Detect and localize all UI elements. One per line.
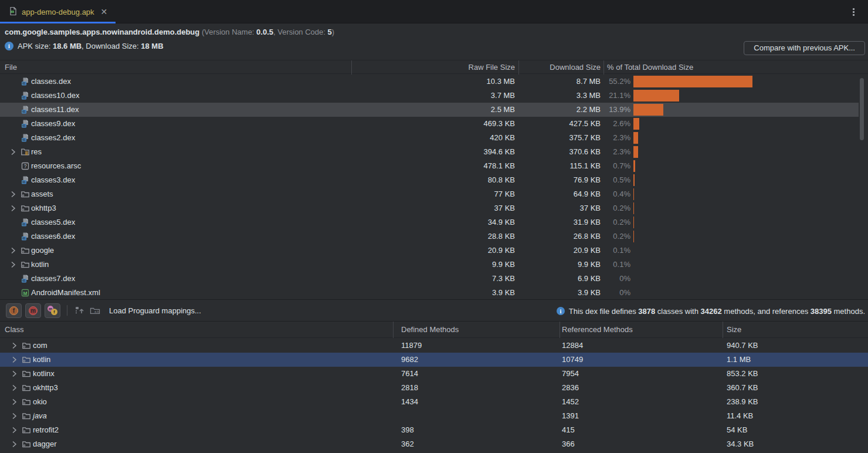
show-all-referenced-toggle-button[interactable]: mf [45,303,60,318]
dex-toolbar: f m mf a.b Load Proguard mappings... i T… [0,299,868,322]
tab-close-icon[interactable]: ✕ [101,7,108,16]
deobfuscate-names-icon[interactable]: a.b [89,305,101,316]
download-size: 20.9 KB [520,244,601,258]
file-row[interactable]: 01classes5.dex34.9 KB31.9 KB0.2% [0,215,859,229]
folder-icon [21,190,30,199]
package-name: com.google.samples.apps.nowinandroid.dem… [5,28,199,36]
column-header-raw-file-size[interactable]: Raw File Size [352,60,515,75]
raw-file-size: 9.9 KB [352,258,515,272]
chevron-right-icon[interactable] [9,341,19,350]
chevron-right-icon[interactable] [8,246,18,255]
chevron-right-icon[interactable] [9,411,19,421]
percent-of-total: 0.2% [603,215,630,229]
class-row[interactable]: java139111.4 KB [0,409,868,423]
dex-file-icon: 01 [21,119,30,129]
column-header-download-size[interactable]: Download Size [520,60,601,75]
file-row[interactable]: google20.9 KB20.9 KB0.1% [0,244,859,258]
percent-of-total: 0.4% [603,187,630,201]
editor-options-kebab-icon[interactable] [848,6,859,17]
chevron-right-icon[interactable] [9,425,19,435]
chevron-right-icon[interactable] [9,397,19,407]
column-header-file[interactable]: File [5,60,17,75]
show-methods-toggle-button[interactable]: m [25,303,41,318]
show-fields-toggle-button[interactable]: f [6,303,22,318]
file-name: classes10.dex [31,89,79,103]
column-header-size[interactable]: Size [727,322,741,338]
class-row[interactable]: dagger36236634.3 KB [0,437,868,451]
file-row[interactable]: 01classes11.dex2.5 MB2.2 MB13.9% [0,103,859,117]
svg-text:01: 01 [22,222,26,226]
file-name: kotlin [31,258,49,272]
expand-tree-icon[interactable] [74,305,86,316]
class-row[interactable]: com1187912884940.7 KB [0,339,868,353]
file-name: classes3.dex [31,173,75,187]
chevron-right-icon[interactable] [9,369,19,378]
download-size-bar [633,231,634,242]
dex-file-icon: 01 [21,218,30,227]
file-name: AndroidManifest.xml [31,286,100,300]
chevron-right-icon[interactable] [9,440,19,449]
column-header-referenced-methods[interactable]: Referenced Methods [562,322,633,338]
download-size: 76.9 KB [520,173,601,187]
column-header-defined-methods[interactable]: Defined Methods [401,322,459,338]
download-size-bar [633,90,679,102]
column-header-percent-total[interactable]: % of Total Download Size [607,60,693,75]
compare-with-previous-apk-button[interactable]: Compare with previous APK... [744,41,865,55]
file-name: classes11.dex [31,103,79,117]
package-name: dagger [33,437,56,451]
raw-file-size: 7.3 KB [352,272,515,286]
raw-file-size: 28.8 KB [352,229,515,244]
fields-icon: f [9,306,18,315]
chevron-right-icon[interactable] [9,383,19,393]
download-size: 3.3 MB [520,89,601,103]
methods-icon: m [29,306,38,315]
class-row[interactable]: okhttp328182836360.7 KB [0,381,868,395]
size: 360.7 KB [727,381,758,395]
file-row[interactable]: 01classes3.dex80.8 KB76.9 KB0.5% [0,173,859,187]
raw-file-size: 37 KB [352,201,515,215]
file-row[interactable]: okhttp337 KB37 KB0.2% [0,201,859,215]
tab-title: app-demo-debug.apk [22,8,94,16]
chevron-right-icon[interactable] [8,147,18,157]
chevron-right-icon[interactable] [8,204,18,213]
file-row[interactable]: MAndroidManifest.xml3.9 KB3.9 KB0% [0,286,859,300]
chevron-right-icon[interactable] [9,355,19,364]
package-name: okhttp3 [33,381,58,395]
file-row[interactable]: 01classes10.dex3.7 MB3.3 MB21.1% [0,89,859,103]
file-row[interactable]: res394.6 KB370.6 KB2.3% [0,145,859,159]
file-table-rows: 01classes.dex10.3 MB8.7 MB55.2%01classes… [0,75,868,300]
file-row[interactable]: assets77 KB64.9 KB0.4% [0,187,859,201]
class-row[interactable]: kotlin9682107491.1 MB [0,353,868,367]
dex-file-icon: 01 [21,77,30,86]
raw-file-size: 3.7 MB [352,89,515,103]
referenced-methods: 7954 [562,367,579,381]
referenced-methods: 10749 [562,353,583,367]
file-table: File Raw File Size Download Size % of To… [0,60,868,74]
vertical-scrollbar[interactable] [860,78,864,140]
load-proguard-mappings-button[interactable]: Load Proguard mappings... [109,306,201,315]
file-row[interactable]: kotlin9.9 KB9.9 KB0.1% [0,258,859,272]
class-table: Class Defined Methods Referenced Methods… [0,322,868,338]
column-header-class[interactable]: Class [5,322,24,338]
file-row[interactable]: 01classes9.dex469.3 KB427.5 KB2.6% [0,117,859,131]
package-folder-icon [22,383,31,393]
file-row[interactable]: 01classes7.dex7.3 KB6.9 KB0% [0,272,859,286]
class-row[interactable]: kotlinx76147954853.2 KB [0,367,868,381]
apk-tab[interactable]: app-demo-debug.apk ✕ [0,0,116,23]
size: 11.4 KB [727,409,753,423]
file-name: resources.arsc [31,159,81,173]
chevron-right-icon[interactable] [8,260,18,269]
download-size: 2.2 MB [520,103,601,117]
svg-text:01: 01 [22,138,26,141]
chevron-right-icon[interactable] [8,190,18,199]
raw-file-size: 394.6 KB [352,145,515,159]
file-row[interactable]: 01classes6.dex28.8 KB26.8 KB0.2% [0,229,859,244]
defined-methods: 9682 [401,353,418,367]
file-row[interactable]: 01classes2.dex420 KB375.7 KB2.3% [0,131,859,145]
file-row[interactable]: 01classes.dex10.3 MB8.7 MB55.2% [0,75,859,89]
class-row[interactable]: retrofit239841554 KB [0,423,868,437]
file-row[interactable]: ?resources.arsc478.1 KB115.1 KB0.7% [0,159,859,173]
raw-file-size: 20.9 KB [352,244,515,258]
class-row[interactable]: okio14341452238.9 KB [0,395,868,409]
package-folder-icon [22,440,31,449]
